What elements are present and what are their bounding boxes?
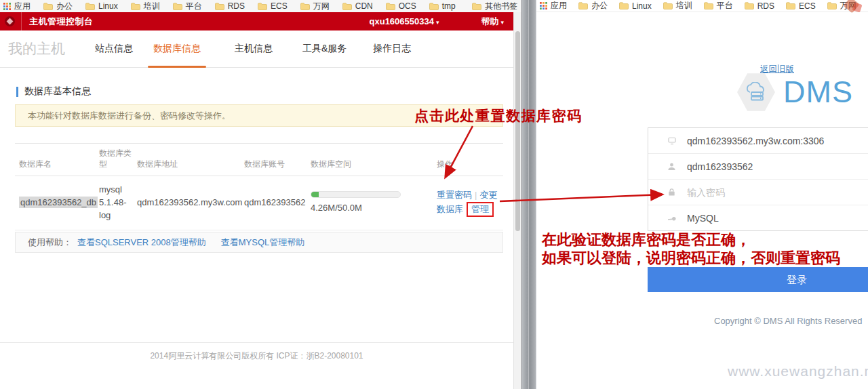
password-input[interactable] [687, 187, 863, 198]
col-db-name: 数据库名 [15, 144, 99, 176]
notice-text: 本功能针对数据库数据进行备份、密码修改等操作。 [28, 110, 231, 122]
bookmark-folder[interactable]: Linux [85, 1, 118, 11]
username-input[interactable] [687, 161, 863, 172]
bookmark-folder[interactable]: 办公 [578, 0, 608, 12]
bookmark-label: RDS [757, 1, 774, 11]
scrollbar-thumb[interactable] [515, 31, 520, 231]
folder-icon [258, 3, 267, 10]
wrench-icon [667, 213, 677, 223]
tab-operation-log[interactable]: 操作日志 [373, 30, 411, 67]
folder-icon [472, 3, 481, 10]
db-type-cell: mysql 5.1.48-log [99, 176, 137, 230]
bookmark-label: 应用 [14, 1, 31, 12]
folder-icon [300, 3, 310, 10]
annotation-line-1: 在此验证数据库密码是否正确， [542, 230, 840, 249]
sqlserver-help-link[interactable]: 查看SQLSERVER 2008管理帮助 [77, 237, 206, 249]
bookmark-label: RDS [228, 1, 245, 11]
bookmark-label: ECS [799, 1, 816, 11]
user-icon [667, 162, 677, 171]
bookmark-folder[interactable]: 万网 [300, 1, 330, 12]
dms-copyright: Copyright © DMS All Rights Reserved [714, 316, 862, 326]
bookmark-label: Linux [632, 1, 652, 11]
bookmark-folder[interactable]: RDS [215, 1, 245, 11]
console-title: 主机管理控制台 [29, 16, 94, 28]
bookmark-folder[interactable]: 办公 [43, 1, 73, 12]
bookmark-other-bookmarks[interactable]: 其他书签 [472, 1, 517, 12]
help-bar: 使用帮助： 查看SQLSERVER 2008管理帮助 查看MYSQL管理帮助 [15, 232, 503, 253]
folder-icon [429, 3, 439, 10]
apps-grid-icon [3, 3, 11, 10]
col-db-space: 数据库空间 [311, 144, 437, 176]
dms-logo-badge [737, 73, 775, 112]
bookmark-folder[interactable]: 培训 [131, 1, 160, 12]
section-accent-bar [16, 87, 18, 97]
engine-select-row[interactable]: MySQL [648, 205, 868, 230]
manage-link-highlight-box: 管理 [467, 202, 494, 218]
bookmark-folder[interactable]: OCS [386, 1, 416, 11]
tab-site-info[interactable]: 站点信息 [95, 30, 133, 67]
bookmarks-bar-left: 应用 办公 Linux 培训 平台 RDS ECS 万网 [0, 0, 521, 12]
bookmark-label: 培训 [676, 0, 692, 12]
bookmark-folder[interactable]: 平台 [173, 1, 202, 12]
bookmark-folder[interactable]: ECS [786, 1, 816, 11]
username-row [648, 154, 868, 180]
folder-icon [342, 3, 352, 10]
help-dropdown[interactable]: 帮助▾ [481, 16, 504, 28]
bookmark-label: 办公 [56, 1, 73, 12]
col-actions: 操作 [437, 144, 503, 176]
account-dropdown[interactable]: qxu1606550334▾ [370, 16, 439, 26]
bookmark-folder[interactable]: 培训 [663, 0, 692, 12]
host-input[interactable] [687, 136, 863, 146]
left-window-scrollbar[interactable] [513, 12, 521, 389]
db-address-cell: qdm162393562.my3w.com [137, 176, 244, 230]
bookmark-folder[interactable]: RDS [745, 1, 774, 11]
db-name-selected-text: qdm162393562_db [19, 197, 98, 208]
tab-tools-services[interactable]: 工具&服务 [302, 30, 347, 67]
annotation-reset-password: 点击此处重置数据库密码 [414, 106, 583, 125]
action-separator: | [475, 190, 477, 200]
bookmark-folder[interactable]: tmp [429, 1, 456, 11]
tab-database-info[interactable]: 数据库信息 [153, 30, 201, 67]
bookmark-label: 平台 [186, 1, 202, 12]
folder-icon [386, 3, 395, 10]
bookmark-label: 平台 [717, 0, 733, 12]
tab-host-info[interactable]: 主机信息 [235, 30, 273, 67]
annotation-line-2: 如果可以登陆，说明密码正确，否则重置密码 [542, 249, 840, 267]
folder-icon [745, 2, 754, 9]
console-tabbar: 我的主机 站点信息 数据库信息 主机信息 工具&服务 操作日志 [0, 30, 513, 68]
chevron-down-icon: ▾ [500, 19, 504, 26]
help-label: 帮助 [481, 16, 498, 26]
back-to-old-version-link[interactable]: 返回旧版 [760, 64, 794, 75]
bookmarks-bar-right: 应用 办公 Linux 培训 平台 RDS ECS 万网 [536, 0, 868, 12]
bookmark-folder[interactable]: 平台 [704, 0, 733, 12]
password-row [648, 180, 868, 205]
bookmark-folder[interactable]: Linux [619, 1, 652, 11]
actions-cell: 重置密码|变更数据库管理 [437, 176, 503, 230]
mysql-help-link[interactable]: 查看MYSQL管理帮助 [221, 237, 305, 249]
login-button[interactable]: 登录 [648, 267, 868, 292]
copyright-text: 2014阿里云计算有限公司版权所有 ICP证：浙B2-20080101 [150, 351, 363, 361]
manage-link[interactable]: 管理 [471, 204, 489, 214]
dms-login-form: MySQL [648, 127, 868, 231]
bookmark-apps[interactable]: 应用 [3, 1, 31, 12]
left-browser-window: 应用 办公 Linux 培训 平台 RDS ECS 万网 [0, 0, 521, 389]
host-icon [667, 136, 677, 146]
bookmark-folder[interactable]: ECS [258, 1, 288, 11]
engine-value: MySQL [687, 213, 719, 224]
folder-icon [131, 3, 140, 10]
section-header: 数据库基本信息 [16, 85, 91, 98]
bookmark-folder[interactable]: CDN [342, 1, 373, 11]
account-name: qxu1606550334 [370, 16, 434, 26]
lock-icon [667, 188, 677, 197]
help-bar-label: 使用帮助： [28, 237, 72, 249]
db-name-cell: qdm162393562_db [15, 176, 99, 230]
db-account-cell: qdm162393562 [244, 176, 311, 230]
reset-password-link[interactable]: 重置密码 [437, 190, 472, 200]
folder-icon [663, 2, 673, 9]
bookmark-label: 培训 [144, 1, 160, 12]
col-db-type: 数据库类型 [99, 144, 137, 176]
db-space-cell: 4.26M/50.0M [311, 176, 437, 230]
bookmark-label: 办公 [591, 0, 608, 12]
bookmark-apps[interactable]: 应用 [540, 0, 567, 12]
folder-icon [43, 3, 53, 10]
